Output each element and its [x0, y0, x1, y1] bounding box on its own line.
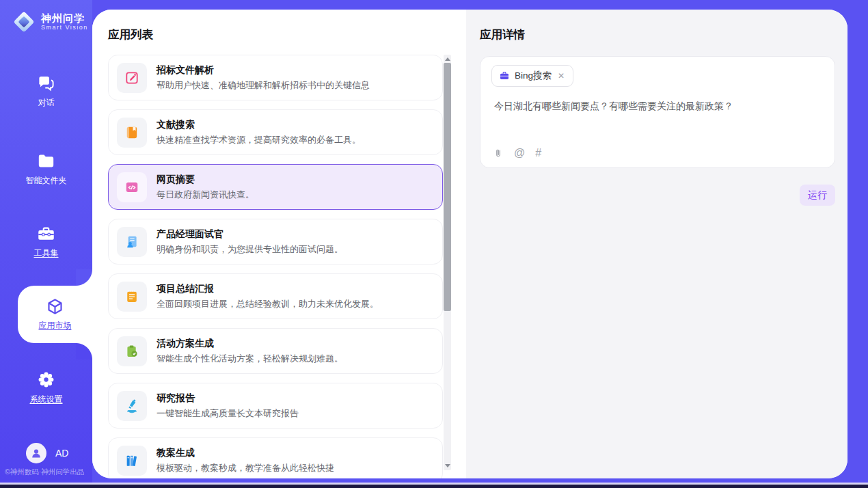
app-card-pm-interviewer[interactable]: 产品经理面试官 明确身份和职责，为您提供专业性的面试问题。 — [108, 219, 443, 265]
books-icon — [124, 453, 139, 468]
app-card-bid-analysis[interactable]: 招标文件解析 帮助用户快速、准确地理解和解析招标书中的关键信息 — [108, 55, 443, 100]
doc-edit-icon — [124, 70, 139, 85]
sidebar-item-label: 应用市场 — [39, 320, 72, 331]
chip-close-icon[interactable]: ✕ — [556, 70, 566, 81]
sidebar-item-label: 工具集 — [34, 247, 59, 259]
sidebar-item-label: 对话 — [38, 97, 55, 109]
browser-code-icon — [124, 180, 139, 195]
tool-chip-label: Bing搜索 — [515, 70, 552, 82]
prompt-input[interactable]: 今日湖北有哪些新闻要点？有哪些需要关注的最新政策？ — [494, 99, 822, 113]
app-card-title: 文献搜索 — [157, 119, 361, 131]
app-card-lesson-plan[interactable]: 教案生成 模板驱动，教案秒成，教学准备从此轻松快捷 — [108, 437, 443, 478]
scrollbar-thumb[interactable] — [444, 63, 451, 311]
app-card-description: 帮助用户快速、准确地理解和解析招标书中的关键信息 — [157, 79, 370, 92]
app-icon-tile — [117, 118, 147, 148]
app-card-list: 招标文件解析 帮助用户快速、准确地理解和解析招标书中的关键信息 文献搜索 快速精… — [108, 55, 443, 478]
main-content: 应用列表 招标文件解析 帮助用户快速、准确地理解和解析招标书中的关键信息 — [92, 10, 847, 478]
app-icon-tile — [117, 63, 147, 93]
user-account[interactable]: AD — [26, 443, 68, 463]
microscope-icon — [124, 398, 139, 414]
app-list-scrollbar[interactable] — [444, 55, 451, 470]
brand-subtitle: Smart Vision — [41, 24, 88, 31]
prompt-composer-card: Bing搜索 ✕ 今日湖北有哪些新闻要点？有哪些需要关注的最新政策？ @ # — [480, 56, 835, 168]
sidebar-item-chat[interactable]: 对话 — [0, 74, 92, 109]
active-tab-fillet-bottom — [76, 343, 92, 360]
app-list-panel: 应用列表 招标文件解析 帮助用户快速、准确地理解和解析招标书中的关键信息 — [92, 10, 466, 478]
brand-diamond-icon — [12, 10, 36, 33]
gear-icon — [37, 370, 55, 389]
app-card-description: 模板驱动，教案秒成，教学准备从此轻松快捷 — [157, 462, 334, 474]
app-card-description: 每日政府新闻资讯快查。 — [157, 189, 254, 201]
sidebar: 神州问学 Smart Vision 对话 智能文件夹 工具集 — [0, 0, 92, 483]
app-card-title: 教案生成 — [157, 447, 334, 459]
run-button[interactable]: 运行 — [800, 185, 835, 206]
scroll-up-arrow-icon[interactable] — [445, 57, 450, 61]
at-icon[interactable]: @ — [514, 147, 525, 159]
app-card-title: 招标文件解析 — [157, 64, 370, 77]
paperclip-icon[interactable] — [493, 148, 504, 159]
app-card-description: 全面回顾项目进展，总结经验教训，助力未来优化发展。 — [157, 298, 379, 310]
briefcase-icon — [499, 70, 510, 81]
brand-name: 神州问学 — [41, 12, 88, 24]
person-icon — [30, 447, 42, 459]
app-card-research-report[interactable]: 研究报告 一键智能生成高质量长文本研究报告 — [108, 383, 443, 429]
composer-toolbar: @ # — [493, 147, 541, 159]
app-icon-tile — [117, 446, 147, 476]
sidebar-item-settings[interactable]: 系统设置 — [0, 370, 92, 405]
app-card-title: 活动方案生成 — [157, 338, 343, 350]
avatar — [26, 443, 46, 463]
brand-logo: 神州问学 Smart Vision — [12, 10, 88, 33]
app-card-web-summary[interactable]: 网页摘要 每日政府新闻资讯快查。 — [108, 164, 443, 210]
copyright-text: ©神州数码·神州问学出品 — [5, 467, 84, 477]
active-tab-fillet-top — [76, 269, 92, 286]
scroll-down-arrow-icon[interactable] — [445, 464, 450, 467]
app-card-project-summary[interactable]: 项目总结汇报 全面回顾项目进展，总结经验教训，助力未来优化发展。 — [108, 273, 443, 319]
app-icon-tile — [117, 172, 147, 202]
sidebar-item-label: 智能文件夹 — [26, 175, 67, 187]
app-card-event-plan[interactable]: 活动方案生成 智能生成个性化活动方案，轻松解决规划难题。 — [108, 328, 443, 374]
app-card-description: 智能生成个性化活动方案，轻松解决规划难题。 — [157, 353, 343, 365]
app-card-title: 项目总结汇报 — [157, 283, 379, 295]
toolbox-icon — [37, 224, 55, 243]
app-card-title: 研究报告 — [157, 392, 299, 405]
folder-icon — [37, 152, 55, 170]
app-detail-title: 应用详情 — [480, 27, 525, 42]
app-card-title: 产品经理面试官 — [157, 228, 343, 241]
book-icon — [124, 125, 139, 140]
tool-chip-bing-search[interactable]: Bing搜索 ✕ — [491, 65, 573, 87]
app-icon-tile — [117, 227, 147, 257]
sidebar-item-app-market[interactable]: 应用市场 — [18, 286, 92, 343]
app-card-title: 网页摘要 — [157, 174, 254, 186]
chat-icon — [37, 74, 55, 92]
app-icon-tile — [117, 391, 147, 421]
app-card-description: 快速精准查找学术资源，提高研究效率的必备工具。 — [157, 134, 361, 146]
app-card-description: 一键智能生成高质量长文本研究报告 — [157, 407, 299, 420]
app-detail-panel: 应用详情 Bing搜索 ✕ 今日湖北有哪些新闻要点？有哪些需要关注的最新政策？ — [466, 10, 847, 478]
app-card-description: 明确身份和职责，为您提供专业性的面试问题。 — [157, 243, 343, 256]
app-icon-tile — [117, 282, 147, 312]
user-initials: AD — [55, 448, 68, 459]
app-card-literature-search[interactable]: 文献搜索 快速精准查找学术资源，提高研究效率的必备工具。 — [108, 109, 443, 155]
interviewer-icon — [124, 234, 139, 249]
app-list-title: 应用列表 — [108, 27, 153, 42]
bottom-edge — [0, 485, 868, 488]
sidebar-item-smart-folder[interactable]: 智能文件夹 — [0, 152, 92, 187]
sidebar-item-label: 系统设置 — [30, 394, 63, 405]
notepad-icon — [124, 289, 139, 304]
app-icon-tile — [117, 336, 147, 366]
hash-icon[interactable]: # — [535, 147, 541, 159]
clipboard-check-icon — [124, 344, 139, 359]
sidebar-item-toolset[interactable]: 工具集 — [0, 224, 92, 259]
cube-icon — [46, 297, 64, 316]
